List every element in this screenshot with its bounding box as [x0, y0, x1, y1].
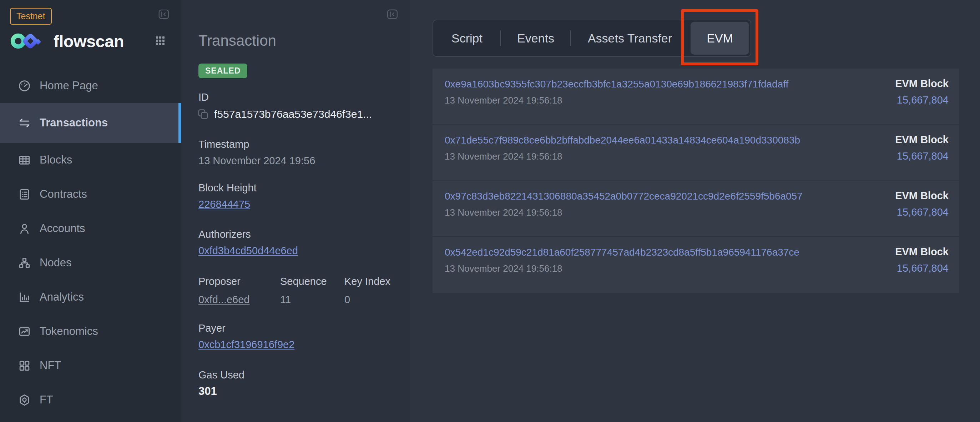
sidebar-item-ft[interactable]: FT [0, 383, 181, 417]
main-content: Script Events Assets Transfer EVM 0xe9a1… [410, 0, 980, 422]
sidebar-item-blocks[interactable]: Blocks [0, 143, 181, 177]
copy-icon[interactable] [197, 108, 209, 120]
evm-tx-hash-link[interactable]: 0x542ed1c92d59c21d81a60f258777457ad4b232… [445, 247, 799, 258]
sidebar-nav: Home Page Transactions Blocks [0, 68, 181, 417]
brand-header: flowscan [10, 31, 181, 51]
brand-name[interactable]: flowscan [54, 32, 124, 51]
timestamp-value: 13 November 2024 19:56 [199, 155, 315, 167]
panel-title: Transaction [199, 32, 276, 49]
payer-label: Payer [199, 322, 226, 334]
evm-transaction-row: 0x97c83d3eb8221431306880a35452a0b0772cec… [433, 181, 959, 237]
collapse-panel-icon [159, 9, 169, 19]
tab-script[interactable]: Script [433, 20, 501, 56]
token-cube-icon [18, 393, 31, 407]
evm-block-number-link[interactable]: 15,667,804 [895, 263, 948, 274]
authorizers-label: Authorizers [199, 228, 251, 240]
evm-block-label: EVM Block [895, 190, 948, 202]
evm-tx-timestamp: 13 November 2024 19:56:18 [445, 207, 803, 218]
evm-tx-hash-link[interactable]: 0x97c83d3eb8221431306880a35452a0b0772cec… [445, 191, 803, 202]
hierarchy-icon [18, 256, 31, 269]
sidebar-item-home-page[interactable]: Home Page [0, 68, 181, 103]
evm-block-label: EVM Block [895, 78, 948, 89]
person-icon [18, 222, 31, 235]
sidebar-item-contracts[interactable]: Contracts [0, 177, 181, 211]
status-badge: SEALED [199, 64, 247, 78]
trend-chart-icon [18, 325, 31, 338]
evm-tx-hash-link[interactable]: 0xe9a1603bc9355fc307b23eccfb3bfc1a3255a0… [445, 78, 788, 90]
flowscan-logo-icon[interactable] [10, 31, 43, 51]
sidebar-item-transactions[interactable]: Transactions [0, 103, 181, 143]
evm-transaction-row: 0x542ed1c92d59c21d81a60f258777457ad4b232… [433, 237, 959, 293]
sidebar-item-label: Nodes [40, 256, 72, 269]
gas-used-value: 301 [199, 385, 217, 398]
transaction-id-row: f557a1573b76aa53e73d46f3e1... [197, 108, 372, 120]
sidebar-item-label: NFT [40, 359, 61, 372]
key-index-value: 0 [344, 294, 390, 306]
payer-address-link[interactable]: 0xcb1cf3196916f9e2 [199, 339, 294, 350]
four-squares-icon [18, 359, 31, 373]
transaction-tabs: Script Events Assets Transfer EVM [433, 20, 751, 57]
apps-grid-icon[interactable] [154, 35, 166, 46]
authorizer-address-link[interactable]: 0xfd3b4cd50d44e6ed [199, 245, 298, 257]
evm-block-number-link[interactable]: 15,667,804 [895, 206, 948, 218]
evm-block-label: EVM Block [895, 246, 948, 258]
table-grid-icon [18, 153, 31, 167]
evm-transactions-list: 0xe9a1603bc9355fc307b23eccfb3bfc1a3255a0… [433, 68, 959, 293]
timestamp-label: Timestamp [199, 139, 249, 150]
proposer-sequence-keyindex-row: Proposer 0xfd...e6ed Sequence 11 Key Ind… [199, 275, 390, 306]
block-height-link[interactable]: 226844475 [199, 199, 250, 210]
evm-block-number-link[interactable]: 15,667,804 [895, 94, 948, 106]
network-badge: Testnet [10, 8, 52, 25]
gauge-icon [18, 79, 31, 92]
bar-chart-icon [18, 291, 31, 304]
evm-block-number-link[interactable]: 15,667,804 [895, 150, 948, 162]
panel-collapse-button[interactable] [387, 9, 398, 19]
tab-events[interactable]: Events [501, 20, 571, 56]
tab-evm[interactable]: EVM [690, 22, 749, 55]
evm-tx-timestamp: 13 November 2024 19:56:18 [445, 95, 788, 106]
sidebar-item-nodes[interactable]: Nodes [0, 246, 181, 280]
sidebar-item-accounts[interactable]: Accounts [0, 211, 181, 246]
collapse-panel-icon [387, 9, 398, 19]
proposer-address-link[interactable]: 0xfd...e6ed [199, 294, 250, 306]
evm-tx-timestamp: 13 November 2024 19:56:18 [445, 263, 799, 274]
document-list-icon [18, 188, 31, 201]
sidebar-item-label: Blocks [40, 153, 72, 166]
evm-block-label: EVM Block [895, 134, 948, 146]
transaction-id-value: f557a1573b76aa53e73d46f3e1... [214, 108, 372, 120]
sidebar-item-analytics[interactable]: Analytics [0, 280, 181, 314]
evm-transaction-row: 0x71de55c7f989c8ce6bb2bffabdbe2044ee6a01… [433, 124, 959, 181]
evm-tx-timestamp: 13 November 2024 19:56:18 [445, 151, 800, 162]
evm-transaction-row: 0xe9a1603bc9355fc307b23eccfb3bfc1a3255a0… [433, 68, 959, 124]
key-index-label: Key Index [344, 275, 390, 287]
sidebar: Testnet [0, 0, 181, 422]
sidebar-item-label: Tokenomics [40, 325, 98, 338]
sidebar-item-label: Accounts [40, 222, 85, 235]
block-height-label: Block Height [199, 182, 256, 194]
proposer-label: Proposer [199, 275, 280, 287]
sequence-value: 11 [280, 294, 344, 306]
swap-arrows-icon [18, 116, 31, 130]
tab-assets-transfer[interactable]: Assets Transfer [571, 20, 689, 56]
sidebar-item-label: Transactions [40, 116, 108, 129]
id-label: ID [199, 91, 209, 103]
sidebar-item-tokenomics[interactable]: Tokenomics [0, 314, 181, 349]
sidebar-item-label: Contracts [40, 188, 87, 201]
sidebar-item-label: Home Page [40, 79, 98, 92]
evm-tx-hash-link[interactable]: 0x71de55c7f989c8ce6bb2bffabdbe2044ee6a01… [445, 135, 800, 146]
gas-used-label: Gas Used [199, 369, 245, 381]
sidebar-item-label: Analytics [40, 291, 84, 304]
transaction-detail-panel: Transaction SEALED ID f557a1573b76aa53e7… [181, 0, 410, 422]
sidebar-item-label: FT [40, 393, 53, 406]
sidebar-collapse-button[interactable] [159, 9, 169, 19]
sidebar-item-nft[interactable]: NFT [0, 349, 181, 383]
sequence-label: Sequence [280, 275, 344, 287]
